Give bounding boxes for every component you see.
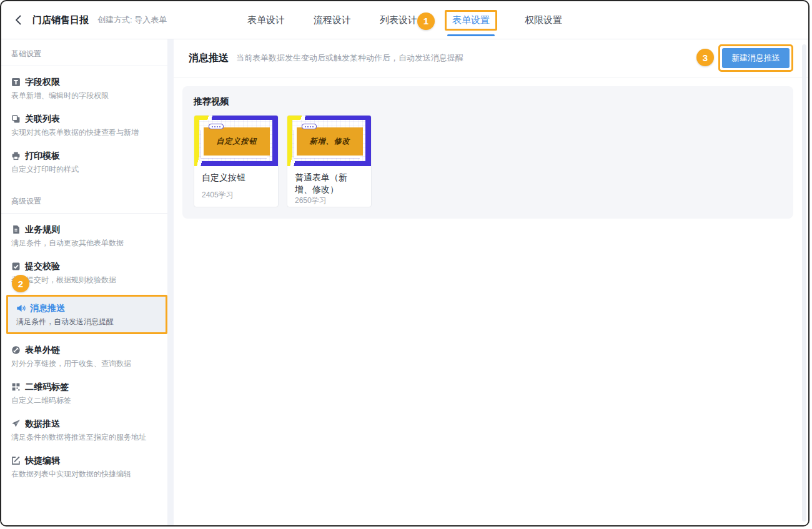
- sidebar-group-label: 基础设置: [1, 41, 167, 66]
- sidebar-item-title: 关联列表: [25, 112, 60, 125]
- sidebar-item-desc: 在数据列表中实现对数据的快捷编辑: [11, 469, 157, 479]
- sidebar-item-title: 数据推送: [25, 417, 60, 430]
- sidebar-item-desc: 自定义二维码标签: [11, 395, 157, 405]
- main-header-actions: 3 新建消息推送: [718, 44, 793, 72]
- annotation-step-3: 3: [696, 49, 714, 66]
- data-push-icon: [11, 419, 21, 428]
- back-icon[interactable]: [12, 14, 25, 26]
- print-template-icon: [11, 151, 21, 161]
- section-title: 消息推送: [189, 52, 229, 65]
- sidebar-item-title: 表单外链: [25, 344, 60, 356]
- sidebar-item-title: 二维码标签: [25, 380, 69, 393]
- sidebar-item-linked-list[interactable]: 关联列表实现对其他表单数据的快捷查看与新增: [1, 107, 167, 144]
- sidebar-item-head: 数据推送: [11, 417, 157, 430]
- sidebar-item-data-push[interactable]: 数据推送满足条件的数据将推送至指定的服务地址: [1, 412, 167, 448]
- quick-edit-icon: [11, 456, 21, 465]
- main-scrollbar[interactable]: [802, 44, 806, 522]
- sidebar-item-title: 字段权限: [25, 76, 60, 88]
- sidebar-item-desc: 实现对其他表单数据的快捷查看与新增: [11, 127, 157, 137]
- sidebar-item-desc: 对外分享链接，用于收集、查询数据: [11, 358, 157, 368]
- sidebar-item-qrcode[interactable]: 二维码标签自定义二维码标签: [1, 375, 167, 412]
- sidebar-gutter: [167, 39, 174, 527]
- thumbnail-dots-decoration: [302, 124, 317, 129]
- sidebar-item-desc: 表单提交时，根据规则校验数据: [11, 275, 157, 285]
- sidebar-item-desc: 自定义打印时的样式: [11, 164, 157, 174]
- nav-tabs: 表单设计流程设计列表设计表单设置1权限设置: [246, 1, 563, 39]
- main-header: 消息推送 当前表单数据发生变动后或触发某种动作后，自动发送消息提醒 3 新建消息…: [174, 39, 808, 77]
- tab-3[interactable]: 列表设计: [379, 11, 418, 29]
- sidebar-item-print-template[interactable]: 打印模板自定义打印时的样式: [1, 144, 167, 180]
- sidebar-item-desc: 满足条件，自动更改其他表单数据: [11, 238, 157, 248]
- video-thumbnail: 自定义按钮: [194, 116, 278, 166]
- new-message-push-button[interactable]: 新建消息推送: [722, 48, 790, 68]
- tab-1[interactable]: 表单设计: [246, 11, 286, 29]
- sidebar-item-desc: 满足条件的数据将推送至指定的服务地址: [11, 432, 157, 442]
- annotation-box-new-button: 3 新建消息推送: [718, 44, 793, 72]
- recommended-videos-panel: 推荐视频 自定义按钮自定义按钮2405学习新增、修改普通表单（新增、修改）265…: [182, 86, 793, 219]
- sidebar-item-field-permission[interactable]: 字段权限表单新增、编辑时的字段权限: [1, 70, 167, 107]
- sidebar-item-title: 消息推送: [30, 302, 65, 314]
- tab-2[interactable]: 流程设计: [312, 11, 352, 29]
- main-area: 消息推送 当前表单数据发生变动后或触发某种动作后，自动发送消息提醒 3 新建消息…: [174, 39, 808, 527]
- sidebar-item-external-link[interactable]: 表单外链对外分享链接，用于收集、查询数据: [1, 338, 167, 375]
- sidebar-item-head: 打印模板: [11, 149, 157, 162]
- top-bar: 门店销售日报 创建方式: 导入表单 表单设计流程设计列表设计表单设置1权限设置: [1, 1, 808, 39]
- message-push-icon: [16, 304, 26, 313]
- settings-sidebar: 基础设置字段权限表单新增、编辑时的字段权限关联列表实现对其他表单数据的快捷查看与…: [1, 39, 167, 527]
- sidebar-group-1: 基础设置字段权限表单新增、编辑时的字段权限关联列表实现对其他表单数据的快捷查看与…: [1, 41, 167, 182]
- thumbnail-dots-decoration: [209, 124, 224, 129]
- sidebar-item-head: 消息推送: [16, 302, 157, 314]
- thumbnail-banner-text: 新增、修改: [297, 127, 363, 156]
- sidebar-item-head: 关联列表: [11, 112, 157, 125]
- creation-method-label: 创建方式: 导入表单: [97, 14, 167, 26]
- video-title: 自定义按钮: [194, 166, 278, 190]
- sidebar-item-title: 打印模板: [25, 149, 60, 162]
- sidebar-item-list: 业务规则满足条件，自动更改其他表单数据提交校验表单提交时，根据规则校验数据消息推…: [1, 214, 167, 487]
- sidebar-item-title: 业务规则: [25, 223, 60, 235]
- sidebar-item-title: 提交校验: [25, 260, 60, 272]
- annotation-step-2: 2: [12, 275, 29, 292]
- sidebar-item-quick-edit[interactable]: 快捷编辑在数据列表中实现对数据的快捷编辑: [1, 448, 167, 485]
- field-permission-icon: [11, 77, 21, 87]
- external-link-icon: [11, 345, 21, 355]
- video-card-1[interactable]: 自定义按钮自定义按钮2405学习: [194, 115, 279, 207]
- sidebar-item-business-rule[interactable]: 业务规则满足条件，自动更改其他表单数据: [1, 217, 167, 254]
- sidebar-item-head: 业务规则: [11, 223, 157, 235]
- sidebar-group-label: 高级设置: [1, 188, 167, 214]
- video-title: 普通表单（新增、修改）: [287, 166, 371, 195]
- tab-5[interactable]: 权限设置: [523, 11, 563, 29]
- body-row: 基础设置字段权限表单新增、编辑时的字段权限关联列表实现对其他表单数据的快捷查看与…: [1, 39, 808, 527]
- sidebar-item-head: 提交校验: [11, 260, 157, 272]
- video-thumbnail: 新增、修改: [287, 116, 371, 166]
- page-title: 门店销售日报: [32, 14, 89, 26]
- sidebar-item-desc: 表单新增、编辑时的字段权限: [11, 91, 157, 101]
- sidebar-item-head: 字段权限: [11, 76, 157, 88]
- video-cards-row: 自定义按钮自定义按钮2405学习新增、修改普通表单（新增、修改）2650学习: [194, 115, 782, 207]
- tab-4-active[interactable]: 表单设置1: [445, 10, 497, 31]
- recommended-videos-title: 推荐视频: [194, 96, 782, 107]
- sidebar-item-title: 快捷编辑: [25, 454, 60, 467]
- thumbnail-banner-text: 自定义按钮: [204, 127, 270, 156]
- sidebar-item-message-push[interactable]: 消息推送满足条件，自动发送消息提醒2: [6, 295, 167, 334]
- sidebar-item-desc: 满足条件，自动发送消息提醒: [16, 317, 157, 327]
- annotation-step-1: 1: [417, 12, 435, 30]
- app-window: 门店销售日报 创建方式: 导入表单 表单设计流程设计列表设计表单设置1权限设置 …: [0, 0, 810, 527]
- sidebar-item-head: 快捷编辑: [11, 454, 157, 467]
- top-bar-left: 门店销售日报 创建方式: 导入表单: [1, 1, 167, 39]
- qrcode-icon: [11, 382, 21, 392]
- video-card-2[interactable]: 新增、修改普通表单（新增、修改）2650学习: [287, 115, 372, 207]
- sidebar-item-head: 表单外链: [11, 344, 157, 356]
- video-learn-count: 2405学习: [194, 190, 278, 207]
- video-learn-count: 2650学习: [287, 195, 371, 207]
- sidebar-item-head: 二维码标签: [11, 380, 157, 393]
- linked-list-icon: [11, 114, 21, 124]
- submit-validation-icon: [11, 262, 21, 271]
- sidebar-group-2: 高级设置业务规则满足条件，自动更改其他表单数据提交校验表单提交时，根据规则校验数…: [1, 188, 167, 487]
- section-description: 当前表单数据发生变动后或触发某种动作后，自动发送消息提醒: [236, 52, 463, 64]
- sidebar-item-list: 字段权限表单新增、编辑时的字段权限关联列表实现对其他表单数据的快捷查看与新增打印…: [1, 66, 167, 182]
- business-rule-icon: [11, 225, 21, 234]
